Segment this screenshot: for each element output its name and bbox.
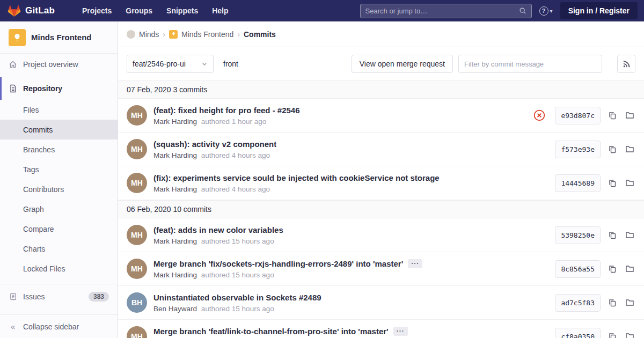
sidebar-item-compare[interactable]: Compare: [0, 219, 118, 239]
author-avatar[interactable]: BH: [127, 292, 147, 313]
commit-title-link[interactable]: (feat): fixed height for pro feed - #254…: [153, 106, 300, 115]
commit-info: (fix): experiments service sould be inje…: [153, 173, 548, 193]
commit-meta-text: authored 15 hours ago: [199, 271, 274, 279]
copy-sha-button[interactable]: [607, 178, 618, 188]
commit-title-link[interactable]: (squash): activity v2 component: [153, 139, 276, 149]
sidebar-item-branches[interactable]: Branches: [0, 139, 118, 159]
commit-author-link[interactable]: Mark Harding: [153, 151, 197, 159]
sidebar-item-locked-files[interactable]: Locked Files: [0, 259, 118, 278]
project-sidebar: Minds Frontend Project overview Reposito…: [0, 21, 118, 338]
nav-item-groups[interactable]: Groups: [120, 3, 158, 18]
commit-meta-text: authored 15 hours ago: [199, 237, 274, 245]
search-input[interactable]: [365, 7, 519, 15]
nav-item-help[interactable]: Help: [206, 3, 234, 18]
collapse-sidebar-button[interactable]: « Collapse sidebar: [0, 314, 118, 338]
commit-list: MH (feat): adds in new color variables M…: [118, 218, 644, 338]
breadcrumb-separator-icon: ›: [163, 30, 165, 39]
browse-files-button[interactable]: [624, 263, 635, 274]
copy-sha-button[interactable]: [607, 331, 618, 338]
copy-sha-button[interactable]: [607, 144, 618, 155]
author-avatar[interactable]: MH: [127, 173, 147, 193]
commit-meta-text: authored 15 hours ago: [199, 305, 274, 313]
sidebar-item-tags[interactable]: Tags: [0, 159, 118, 179]
repo-path-label: front: [223, 60, 238, 68]
main-content: Minds › Minds Frontend › Commits feat/25…: [118, 21, 644, 338]
browse-files-button[interactable]: [624, 144, 635, 155]
commit-title-link[interactable]: (feat): adds in new color variables: [153, 225, 283, 234]
branch-selector[interactable]: feat/2546-pro-ui: [127, 55, 214, 73]
sidebar-item-charts[interactable]: Charts: [0, 239, 118, 259]
sidebar-item-graph[interactable]: Graph: [0, 199, 118, 219]
breadcrumb-separator-icon: ›: [237, 30, 240, 39]
copy-sha-button[interactable]: [607, 297, 618, 308]
nav-item-projects[interactable]: Projects: [76, 3, 118, 18]
commit-sha[interactable]: cf8a0350: [555, 328, 601, 338]
author-avatar[interactable]: MH: [127, 225, 147, 245]
sign-in-button[interactable]: Sign in / Register: [560, 2, 638, 19]
help-dropdown[interactable]: ? ▾: [539, 6, 553, 16]
minds-group-icon: [127, 30, 135, 39]
browse-files-button[interactable]: [624, 178, 635, 188]
author-avatar[interactable]: MH: [127, 259, 147, 279]
browse-files-button[interactable]: [624, 297, 635, 308]
commit-date-header: 06 Feb, 2020 10 commits: [118, 200, 644, 218]
commit-sha[interactable]: ad7c5f83: [555, 294, 601, 312]
copy-icon: [608, 145, 617, 153]
commit-sha[interactable]: f573e93e: [555, 141, 601, 158]
pipeline-failed-icon[interactable]: [533, 109, 545, 121]
commit-author-link[interactable]: Ben Hayward: [153, 305, 197, 313]
browse-files-button[interactable]: [624, 110, 635, 121]
author-avatar[interactable]: MH: [127, 139, 147, 159]
copy-sha-button[interactable]: [607, 110, 618, 121]
commit-day-group: 06 Feb, 2020 10 commits MH (feat): adds …: [118, 200, 644, 338]
commit-filter-input[interactable]: [458, 55, 602, 73]
commit-author-link[interactable]: Mark Harding: [153, 237, 197, 245]
sidebar-item-commits[interactable]: Commits: [0, 120, 118, 139]
gitlab-app: GitLab Projects Groups Snippets Help ? ▾…: [0, 0, 644, 338]
global-search-box[interactable]: [360, 4, 532, 18]
commit-row: BH Uninstantiated observable in Sockets …: [118, 286, 644, 320]
folder-icon: [625, 231, 634, 239]
nav-item-snippets[interactable]: Snippets: [160, 3, 204, 18]
commit-author-link[interactable]: Mark Harding: [153, 185, 197, 193]
sidebar-item-files[interactable]: Files: [0, 100, 118, 120]
folder-icon: [625, 264, 634, 273]
commit-sha[interactable]: 8c856a55: [555, 260, 601, 278]
commit-title-link[interactable]: Uninstantiated observable in Sockets #24…: [153, 293, 321, 302]
commit-sha[interactable]: 5398250e: [555, 226, 601, 244]
commit-sha[interactable]: 14445689: [555, 174, 601, 192]
sidebar-item-issues[interactable]: Issues 383: [0, 284, 118, 308]
project-context-header[interactable]: Minds Frontend: [0, 21, 118, 54]
commits-feed-button[interactable]: [617, 55, 635, 73]
commits-toolbar: feat/2546-pro-ui front View open merge r…: [118, 47, 644, 80]
expand-commit-button[interactable]: ···: [408, 259, 422, 268]
commit-meta-text: authored 1 hour ago: [199, 117, 266, 126]
commit-title-link[interactable]: Merge branch 'feat/link-to-channel-from-…: [153, 327, 389, 336]
breadcrumb-minds-frontend[interactable]: Minds Frontend: [181, 30, 233, 39]
commit-sha[interactable]: e93d807c: [555, 107, 601, 124]
commit-info: (feat): fixed height for pro feed - #254…: [153, 106, 527, 126]
sidebar-item-contributors[interactable]: Contributors: [0, 179, 118, 199]
copy-sha-button[interactable]: [607, 263, 618, 274]
author-avatar[interactable]: MH: [127, 105, 147, 126]
expand-commit-button[interactable]: ···: [393, 327, 408, 336]
lightbulb-icon: [12, 33, 22, 42]
gitlab-logo-link[interactable]: GitLab: [8, 4, 55, 17]
commit-author-link[interactable]: Mark Harding: [153, 117, 197, 126]
breadcrumb-minds[interactable]: Minds: [139, 30, 159, 39]
copy-icon: [608, 332, 617, 338]
commit-title-link[interactable]: (fix): experiments service sould be inje…: [153, 173, 440, 182]
browse-files-button[interactable]: [624, 230, 635, 240]
selected-branch: feat/2546-pro-ui: [133, 60, 186, 68]
browse-files-button[interactable]: [624, 331, 635, 338]
sidebar-item-project-overview[interactable]: Project overview: [0, 54, 118, 75]
sidebar-item-repository[interactable]: Repository: [0, 77, 118, 100]
view-merge-request-button[interactable]: View open merge request: [352, 55, 453, 73]
commit-author-link[interactable]: Mark Harding: [153, 271, 197, 279]
commit-title-link[interactable]: Merge branch 'fix/sockets-rxjs-handling-…: [153, 259, 403, 268]
folder-icon: [625, 298, 634, 307]
commit-day-group: 07 Feb, 2020 3 commits MH (feat): fixed …: [118, 80, 644, 200]
author-avatar[interactable]: MH: [127, 326, 147, 338]
copy-sha-button[interactable]: [607, 230, 618, 240]
commit-groups: 07 Feb, 2020 3 commits MH (feat): fixed …: [118, 80, 644, 338]
